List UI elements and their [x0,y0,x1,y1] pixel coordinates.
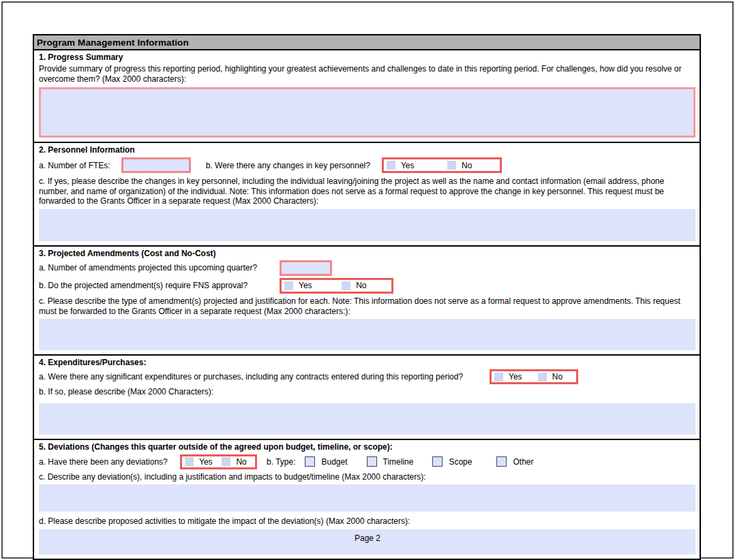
key-personnel-change-label: b. Were there any changes in key personn… [206,161,370,170]
no-label: No [462,161,472,170]
section-personnel-information: 2. Personnel Information a. Number of FT… [34,143,700,247]
deviations-yes-checkbox[interactable] [185,457,194,466]
expenditures-no-checkbox[interactable] [538,373,547,382]
other-checkbox[interactable] [496,456,507,467]
amendments-textarea[interactable] [39,319,695,350]
budget-checkbox[interactable] [305,456,315,467]
program-management-form: Program Management Information 1. Progre… [33,34,701,560]
other-label: Other [513,457,533,467]
form-section-header: Program Management Information [34,35,700,50]
scope-checkbox[interactable] [432,456,442,467]
fns-approval-yes-checkbox[interactable] [284,281,293,290]
amendments-count-label: a. Number of amendments projected this u… [39,263,280,273]
progress-summary-description: Provide summary of progress this reporti… [39,64,695,84]
section-progress-summary: 1. Progress Summary Provide summary of p… [34,50,700,143]
progress-summary-title: 1. Progress Summary [39,52,695,63]
fns-approval-yesno: Yes No [280,278,393,294]
expenditures-title: 4. Expenditures/Purchases: [39,358,695,368]
personnel-change-description: c. If yes, please describe the changes i… [39,176,695,206]
fte-count-input[interactable] [121,157,191,173]
no-label: No [236,457,246,467]
deviations-question-label: a. Have there been any deviations? [39,457,180,467]
deviations-no-checkbox[interactable] [222,457,230,466]
section-expenditures-purchases: 4. Expenditures/Purchases: a. Were there… [34,356,700,440]
fte-count-label: a. Number of FTEs: [39,161,110,170]
deviations-describe-textarea[interactable] [39,484,695,512]
budget-label: Budget [321,457,347,467]
deviation-type-other: Other [496,456,533,467]
expenditures-yesno: Yes No [490,369,578,384]
personnel-change-textarea[interactable] [39,209,695,241]
no-label: No [356,281,366,290]
amendments-description: c. Please describe the type of amendment… [39,296,695,316]
yes-label: Yes [299,281,312,290]
section-projected-amendments: 3. Projected Amendments (Cost and No-Cos… [34,247,700,356]
yes-label: Yes [401,161,415,170]
expenditures-question-row: a. Were there any significant expenditur… [39,369,695,384]
key-personnel-yes-checkbox[interactable] [387,161,395,170]
amendments-count-input[interactable] [280,260,332,276]
fns-approval-no-checkbox[interactable] [342,281,350,290]
deviations-question-row: a. Have there been any deviations? Yes N… [39,454,695,469]
deviation-type-label: b. Type: [267,457,295,467]
timeline-checkbox[interactable] [367,456,377,467]
expenditures-question-label: a. Were there any significant expenditur… [39,372,490,382]
personnel-information-title: 2. Personnel Information [39,145,695,155]
deviation-type-budget: Budget [305,456,347,467]
deviations-yesno: Yes No [180,454,257,469]
page-number: Page 2 [0,533,735,543]
deviation-type-scope: Scope [432,456,472,467]
expenditures-textarea[interactable] [39,403,695,435]
progress-summary-textarea[interactable] [39,87,695,138]
personnel-row: a. Number of FTEs: b. Were there any cha… [39,157,695,173]
expenditures-yes-checkbox[interactable] [494,373,503,382]
fns-approval-label: b. Do the projected amendment(s) require… [39,281,280,290]
expenditures-describe-label: b. If so, please describe (Max 2000 Char… [39,387,695,397]
yes-label: Yes [509,372,522,382]
key-personnel-change-yesno: Yes No [382,157,502,173]
deviations-title: 5. Deviations (Changes this quarter outs… [39,442,695,452]
deviations-mitigate-label: d. Please describe proposed activities t… [39,516,695,527]
scope-label: Scope [449,457,472,467]
amendments-count-row: a. Number of amendments projected this u… [39,260,695,276]
fns-approval-row: b. Do the projected amendment(s) require… [39,278,695,294]
projected-amendments-title: 3. Projected Amendments (Cost and No-Cos… [39,249,695,259]
deviations-describe-label: c. Describe any deviation(s), including … [39,472,695,482]
deviation-type-timeline: Timeline [367,456,414,467]
timeline-label: Timeline [383,457,414,467]
no-label: No [552,372,562,382]
yes-label: Yes [199,457,213,467]
key-personnel-no-checkbox[interactable] [447,161,456,170]
